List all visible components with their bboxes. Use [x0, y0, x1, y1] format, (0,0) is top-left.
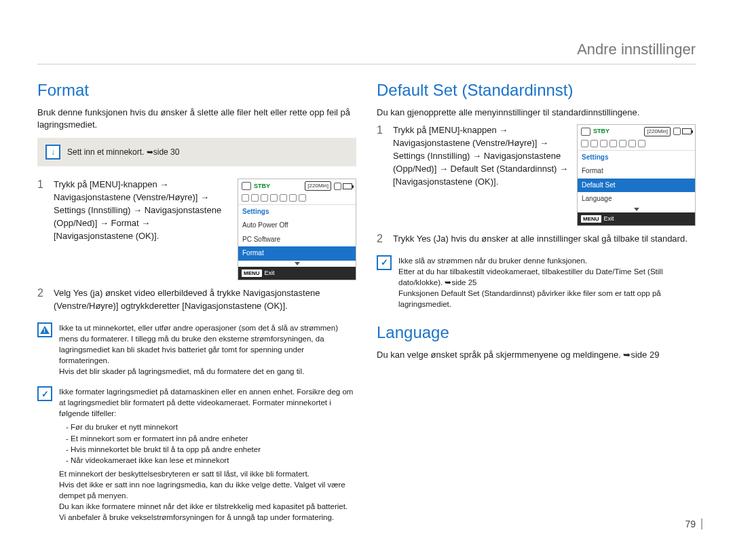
- insert-card-callout: ↓ Sett inn et minnekort. ➥side 30: [37, 138, 356, 166]
- list-item: - Hvis minnekortet ble brukt til å ta op…: [66, 444, 356, 455]
- battery-icon: [673, 128, 692, 135]
- mini-icon: [242, 194, 249, 202]
- step-number: 1: [377, 124, 386, 136]
- menu-tag: MENU: [581, 215, 601, 223]
- format-heading: Format: [37, 81, 356, 100]
- step-number: 2: [377, 233, 386, 245]
- format-step1-text: Trykk på [MENU]-knappen → Navigasjonstas…: [54, 179, 231, 242]
- format-step2-text: Velg Yes (ja) ønsket video ellerbildeved…: [54, 287, 356, 313]
- lcd-mock-format: STBY [220Min] Settings Auto Pow: [238, 179, 356, 280]
- lcd-menu-item: Auto Power Off: [238, 219, 356, 233]
- chevron-down-icon: [634, 208, 639, 211]
- format-info-body: Ikke formater lagringsmediet på datamask…: [59, 386, 356, 523]
- format-info-lead: Ikke formater lagringsmediet på datamask…: [59, 386, 356, 419]
- format-info-list: - Før du bruker et nytt minnekort - Et m…: [59, 422, 356, 465]
- mini-icon: [261, 194, 268, 202]
- lcd-footer: MENU Exit: [578, 212, 695, 225]
- format-step-2: 2 Velg Yes (ja) ønsket video ellerbildev…: [37, 287, 356, 313]
- step-number: 1: [37, 179, 47, 191]
- defaultset-step-1: 1 Trykk på [MENU]-knappen → Navigasjonst…: [377, 124, 696, 226]
- menu-tag: MENU: [242, 269, 262, 278]
- mini-icon: [581, 140, 588, 147]
- defaultset-note-text: Ikke slå av strømmen når du bruker denne…: [398, 255, 696, 310]
- lcd-settings-label: Settings: [238, 205, 356, 219]
- list-item: - Et minnekort som er formatert inn på a…: [66, 433, 356, 444]
- lcd-menu-item-selected: Format: [238, 246, 356, 261]
- left-column: Format Bruk denne funksjonen hvis du øns…: [37, 81, 356, 523]
- info-icon: ↓: [45, 145, 60, 160]
- lcd-menu-item: Format: [578, 164, 695, 179]
- lcd-iconrow: [578, 138, 695, 151]
- battery-icon: [334, 183, 352, 190]
- format-warning-note: Ikke ta ut minnekortet, eller utfør andr…: [37, 322, 356, 377]
- lcd-menu-item-selected: Default Set: [578, 179, 695, 193]
- defaultset-step2-text: Trykk Yes (Ja) hvis du ønsker at alle in…: [393, 233, 696, 246]
- mini-icon: [590, 140, 598, 147]
- lcd-menu-item: PC Software: [238, 233, 356, 247]
- defaultset-step1-text: Trykk på [MENU]-knappen → Navigasjonstas…: [393, 124, 570, 188]
- page-number: 79: [685, 519, 702, 529]
- warning-icon: [37, 322, 52, 337]
- lcd-menu-item: Language: [578, 192, 695, 206]
- language-body: Du kan velge ønsket språk på skjermmenye…: [377, 349, 696, 361]
- language-heading: Language: [377, 323, 696, 342]
- mini-icon: [251, 194, 259, 202]
- right-column: Default Set (Standardinnst) Du kan gjeno…: [377, 81, 696, 523]
- mini-icon: [299, 194, 306, 202]
- mini-icon: [609, 140, 617, 147]
- format-step-1: 1 Trykk på [MENU]-knappen → Navigasjonst…: [37, 179, 356, 280]
- lcd-settings-label: Settings: [578, 151, 695, 165]
- defaultset-step-2: 2 Trykk Yes (Ja) hvis du ønsker at alle …: [377, 233, 696, 246]
- page-header-title: Andre innstillinger: [577, 41, 696, 58]
- content-columns: Format Bruk denne funksjonen hvis du øns…: [37, 81, 696, 523]
- lcd-status: STBY: [593, 127, 609, 136]
- mini-icon: [628, 140, 636, 147]
- lcd-time: [220Min]: [644, 127, 671, 136]
- mini-icon: [289, 194, 297, 202]
- mini-icon: [270, 194, 278, 202]
- list-item: - Når videokameraet ikke kan lese et min…: [66, 455, 356, 466]
- note-icon: ✓: [37, 386, 52, 401]
- mini-icon: [638, 140, 645, 147]
- defaultset-note: ✓ Ikke slå av strømmen når du bruker den…: [377, 255, 696, 310]
- mini-icon: [280, 194, 287, 202]
- list-item: - Før du bruker et nytt minnekort: [66, 422, 356, 432]
- lcd-iconrow: [238, 193, 356, 205]
- camera-icon: [242, 182, 251, 190]
- defaultset-intro: Du kan gjenopprette alle menyinnstilling…: [377, 107, 696, 119]
- format-info-note: ✓ Ikke formater lagringsmediet på datama…: [37, 386, 356, 523]
- lcd-mock-defaultset: STBY [220Min] Settings Format: [577, 124, 696, 226]
- step-number: 2: [37, 287, 47, 299]
- format-intro: Bruk denne funksjonen hvis du ønsker å s…: [37, 107, 356, 131]
- format-info-tail: Et minnekort der beskyttelsesbryteren er…: [59, 468, 356, 523]
- mini-icon: [600, 140, 607, 147]
- lcd-exit: Exit: [265, 269, 275, 278]
- lcd-exit: Exit: [604, 214, 614, 223]
- lcd-time: [220Min]: [305, 181, 331, 191]
- chevron-down-icon: [295, 262, 300, 265]
- mini-icon: [619, 140, 626, 147]
- format-warning-text: Ikke ta ut minnekortet, eller utfør andr…: [59, 322, 356, 377]
- note-icon: ✓: [377, 255, 392, 270]
- page-header: Andre innstillinger: [37, 41, 696, 64]
- callout-text: Sett inn et minnekort. ➥side 30: [67, 147, 179, 157]
- defaultset-heading: Default Set (Standardinnst): [377, 81, 696, 100]
- lcd-status: STBY: [254, 182, 270, 191]
- lcd-footer: MENU Exit: [238, 267, 356, 280]
- camera-icon: [581, 128, 590, 136]
